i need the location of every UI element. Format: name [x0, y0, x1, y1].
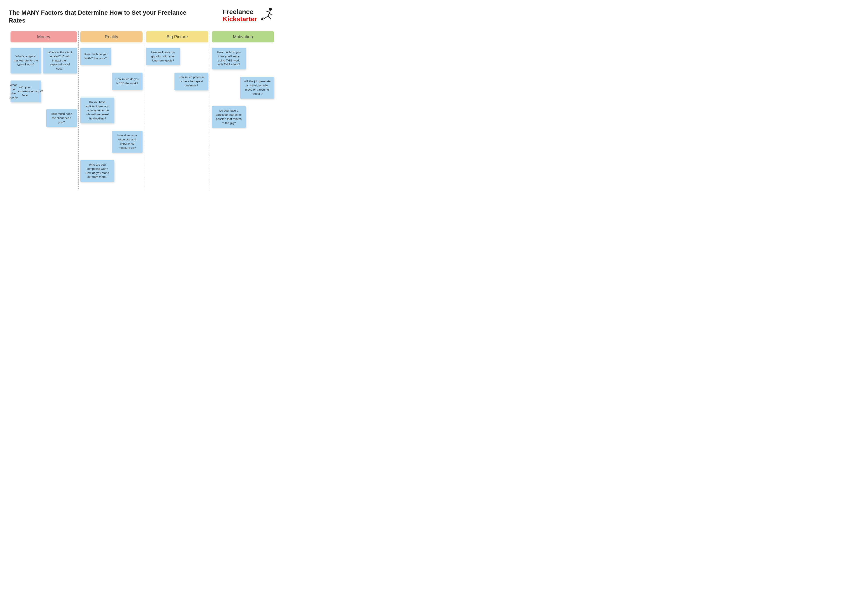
page-header: The MANY Factors that Determine How to S… [9, 6, 276, 25]
column-motivation: Motivation How much do you think you'll … [210, 31, 276, 189]
column-header-motivation: Motivation [212, 31, 274, 42]
svg-line-2 [266, 11, 269, 12]
mot-card-1: How much do you think you'll enjoy doing… [212, 48, 246, 69]
logo-freelance: Freelance [222, 8, 253, 15]
column-header-money: Money [11, 31, 77, 42]
svg-line-3 [269, 13, 272, 15]
bp-row-1: How well does the gig align with your lo… [146, 48, 208, 69]
reality-row-1: How much do you WANT the work? [80, 48, 142, 69]
column-money: Money What's a typical market rate for t… [9, 31, 79, 189]
bigpicture-cards: How well does the gig align with your lo… [146, 48, 208, 98]
mot-row-2: Will the job generate a useful portfolio… [212, 77, 274, 102]
reality-row-4: How does your expertise and experience m… [80, 131, 142, 156]
logo-runner-icon [258, 6, 276, 24]
money-cards: What's a typical market rate for the typ… [11, 48, 77, 134]
column-bigpicture: Big Picture How well does the gig align … [144, 31, 210, 189]
reality-card-3: Do you have sufficient time and capacity… [80, 97, 114, 123]
motivation-cards: How much do you think you'll enjoy doing… [212, 48, 274, 135]
reality-card-5: Who are you competing with? How do you s… [80, 160, 114, 182]
mot-card-3: Do you have a particular interest or pas… [212, 106, 246, 128]
reality-card-2: How much do you NEED the work? [112, 72, 142, 90]
svg-point-7 [261, 18, 263, 20]
column-header-reality: Reality [80, 31, 142, 42]
mot-card-2: Will the job generate a useful portfolio… [240, 77, 274, 99]
bp-card-1: How well does the gig align with your lo… [146, 48, 180, 65]
money-row-1: What's a typical market rate for the typ… [11, 48, 77, 77]
columns-container: Money What's a typical market rate for t… [9, 31, 276, 189]
reality-row-2: How much do you NEED the work? [80, 72, 142, 94]
reality-card-1: How much do you WANT the work? [80, 48, 111, 65]
mot-row-1: How much do you think you'll enjoy doing… [212, 48, 274, 73]
svg-line-6 [268, 16, 271, 19]
svg-point-0 [269, 8, 272, 11]
logo-text: Freelance Kickstarter [222, 8, 257, 22]
money-row-3: How much does the client need you? [11, 109, 77, 130]
money-card-1: What's a typical market rate for the typ… [11, 48, 41, 74]
page-title: The MANY Factors that Determine How to S… [9, 6, 188, 25]
money-card-2: Where is the client located? (Could impa… [43, 48, 77, 74]
reality-cards: How much do you WANT the work? How much … [80, 48, 142, 189]
bp-card-2: How much potential is there for repeat b… [175, 72, 208, 90]
logo-area: Freelance Kickstarter [222, 6, 276, 24]
reality-card-4: How does your expertise and experience m… [112, 131, 142, 153]
column-reality: Reality How much do you WANT the work? H… [79, 31, 144, 189]
column-header-bigpicture: Big Picture [146, 31, 208, 42]
money-card-3: What do other people with your experienc… [11, 80, 41, 102]
mot-row-3: Do you have a particular interest or pas… [212, 106, 274, 132]
reality-row-3: Do you have sufficient time and capacity… [80, 97, 142, 127]
money-row-2: What do other people with your experienc… [11, 80, 77, 106]
reality-row-5: Who are you competing with? How do you s… [80, 160, 142, 185]
svg-line-4 [265, 16, 268, 19]
logo-kickstarter: Kickstarter [222, 15, 257, 22]
bp-row-2: How much potential is there for repeat b… [146, 72, 208, 94]
money-card-4: How much does the client need you? [46, 109, 77, 127]
